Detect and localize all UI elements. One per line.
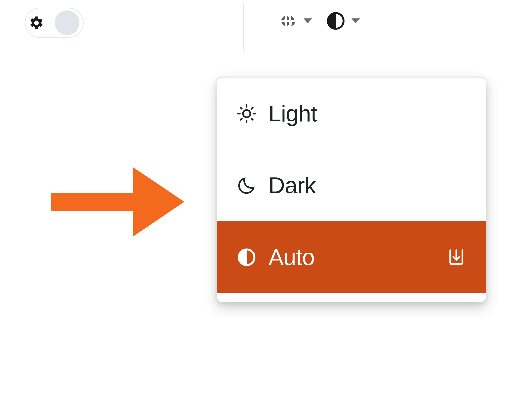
- sun-icon: [236, 103, 257, 124]
- svg-line-9: [251, 118, 253, 120]
- theme-option-label: Dark: [268, 172, 467, 198]
- theme-option-light[interactable]: Light: [217, 77, 486, 149]
- menu-bottom-gap: [217, 293, 486, 302]
- theme-option-label: Light: [268, 100, 467, 127]
- svg-line-8: [240, 107, 242, 109]
- language-dropdown[interactable]: [277, 10, 312, 31]
- contrast-icon: [236, 247, 257, 267]
- download-icon: [446, 247, 467, 267]
- svg-line-10: [240, 118, 242, 120]
- theme-option-label: Auto: [268, 244, 435, 270]
- svg-marker-2: [133, 167, 184, 237]
- theme-option-dark[interactable]: Dark: [217, 149, 486, 221]
- toolbar-right: [277, 10, 360, 31]
- svg-line-11: [251, 107, 253, 109]
- theme-menu: Light Dark Auto: [217, 77, 486, 302]
- theme-dropdown[interactable]: [325, 10, 360, 31]
- theme-option-auto[interactable]: Auto: [217, 221, 486, 293]
- globe-icon: [277, 10, 298, 31]
- svg-point-3: [243, 110, 250, 117]
- contrast-icon: [325, 10, 346, 31]
- gear-icon: [29, 15, 44, 30]
- settings-toggle[interactable]: [25, 8, 84, 38]
- toggle-knob: [55, 10, 79, 35]
- caret-down-icon: [304, 19, 312, 23]
- svg-rect-1: [51, 193, 139, 211]
- annotation-arrow: [51, 162, 184, 242]
- vertical-divider: [243, 2, 244, 51]
- caret-down-icon: [352, 19, 360, 23]
- moon-icon: [236, 175, 257, 196]
